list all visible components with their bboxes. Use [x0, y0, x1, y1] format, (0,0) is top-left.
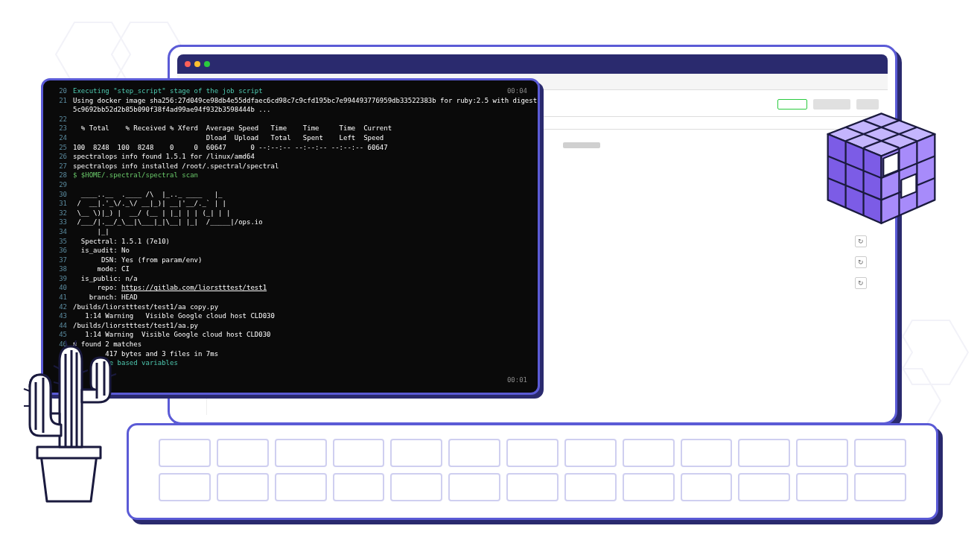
terminal-line: 21Using docker image sha256:27d049ce98db…	[51, 96, 530, 106]
maximize-icon[interactable]	[204, 61, 210, 67]
close-icon[interactable]	[185, 61, 191, 67]
terminal-line: 33 /___/|.__/_\__|\___|_|\__| |_| /_____…	[51, 218, 530, 227]
minimize-icon[interactable]	[194, 61, 200, 67]
terminal-line: 36 is_audit: No	[51, 246, 530, 256]
browser-titlebar	[177, 54, 888, 74]
terminal-line: 27spectralops info installed /root/.spec…	[51, 162, 530, 171]
terminal-line: 26spectralops info found 1.5.1 for /linu…	[51, 152, 530, 162]
terminal-line: 39 is_public: n/a	[51, 274, 530, 284]
terminal-line: 28$ $HOME/.spectral/spectral scan	[51, 171, 530, 180]
terminal-line: 5c9692bb52d2b85b090f38f4ad99ae94f932b359…	[51, 105, 530, 115]
terminal-line: 42/builds/liorstttest/test1/aa copy.py	[51, 302, 530, 312]
terminal-line: 29	[51, 180, 530, 190]
terminal-line: 30 ____..__ .____ /\ |_.._ ____ |_	[51, 190, 530, 200]
terminal-line: 20Executing "step_script" stage of the j…	[51, 86, 530, 96]
col-header	[563, 142, 600, 148]
terminal-line: 40 repo: https://gitlab.com/liorstttest/…	[51, 283, 530, 293]
terminal-line: 31 / __|.'_\/._\/ __|_)| __|'__/._` | |	[51, 199, 530, 209]
terminal-line: 32 \__ \)|_) | __/ (__ | |_| | | (_| | |	[51, 209, 530, 218]
terminal-line: 38 mode: CI	[51, 264, 530, 274]
svg-line-16	[74, 340, 76, 346]
rubiks-cube-icon	[812, 108, 950, 238]
terminal-line: 35 Spectral: 1.5.1 (7e10)	[51, 237, 530, 247]
terminal-line: 41 branch: HEAD	[51, 293, 530, 302]
retry-button[interactable]: ↻	[855, 277, 867, 289]
primary-button[interactable]	[777, 99, 807, 110]
terminal-line: 37 DSN: Yes (from param/env)	[51, 256, 530, 265]
terminal-line: 22	[51, 115, 530, 124]
terminal-line: 25100 8248 100 8248 0 0 60647 0 --:--:--…	[51, 143, 530, 153]
keyboard	[127, 423, 938, 520]
repo-link[interactable]: https://gitlab.com/liorstttest/test1	[121, 284, 267, 291]
cactus-icon	[7, 317, 127, 510]
retry-button[interactable]: ↻	[855, 256, 867, 268]
terminal-line: 24 Dload Upload Total Spent Left Speed	[51, 133, 530, 143]
terminal-line: 23 % Total % Received % Xferd Average Sp…	[51, 124, 530, 133]
terminal-line: 34 |_|	[51, 227, 530, 237]
svg-line-15	[66, 340, 67, 346]
